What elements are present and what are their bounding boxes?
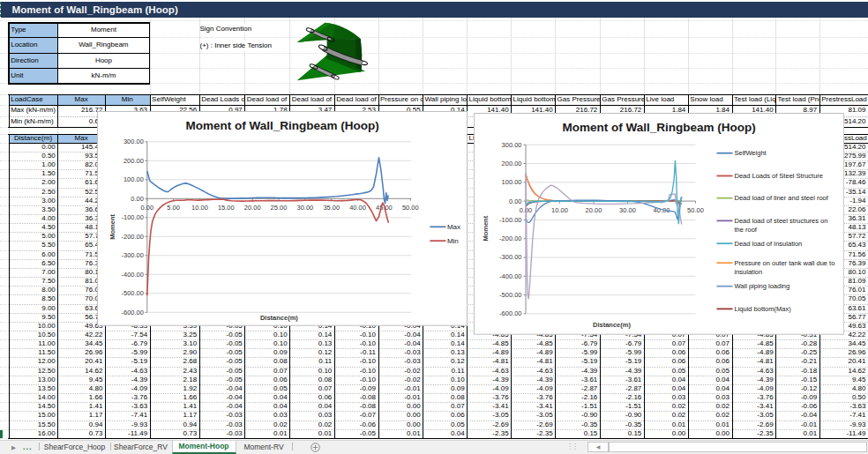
svg-text:Distance(m): Distance(m) [260, 313, 298, 321]
svg-text:0.00: 0.00 [508, 197, 521, 205]
svg-text:Max: Max [446, 223, 460, 231]
svg-text:-400.00: -400.00 [121, 270, 143, 278]
svg-text:5.00: 5.00 [167, 203, 180, 211]
svg-text:Moment of Wall_Ringbeam (Hoop): Moment of Wall_Ringbeam (Hoop) [185, 118, 378, 131]
svg-text:30.00: 30.00 [619, 205, 636, 213]
svg-text:Dead Loads of Steel Structure: Dead Loads of Steel Structure [734, 172, 822, 180]
svg-text:200.00: 200.00 [501, 160, 521, 167]
svg-text:200.00: 200.00 [123, 156, 144, 164]
svg-text:35.00: 35.00 [323, 203, 340, 211]
svg-text:Liquid bottom(Max): Liquid bottom(Max) [734, 305, 791, 313]
svg-text:0.00: 0.00 [140, 203, 153, 211]
svg-text:Distance(m): Distance(m) [593, 321, 631, 329]
svg-text:-300.00: -300.00 [499, 253, 521, 261]
svg-text:-600.00: -600.00 [121, 308, 143, 316]
svg-text:-500.00: -500.00 [121, 289, 143, 297]
svg-text:-100.00: -100.00 [499, 216, 521, 224]
svg-text:Moment of Wall_Ringbeam (Hoop): Moment of Wall_Ringbeam (Hoop) [562, 121, 755, 134]
svg-text:-600.00: -600.00 [499, 309, 521, 317]
svg-text:10.00: 10.00 [191, 203, 208, 211]
svg-text:-100.00: -100.00 [121, 213, 143, 221]
svg-text:-300.00: -300.00 [121, 251, 143, 259]
svg-text:-200.00: -200.00 [499, 234, 521, 242]
svg-text:20.00: 20.00 [243, 203, 260, 211]
svg-text:Min: Min [446, 236, 458, 244]
svg-text:-400.00: -400.00 [499, 272, 521, 280]
svg-text:30.00: 30.00 [296, 203, 313, 211]
svg-text:100.00: 100.00 [501, 178, 521, 186]
svg-text:Moment: Moment [108, 213, 116, 239]
svg-text:insulation: insulation [734, 268, 762, 276]
svg-text:300.00: 300.00 [123, 138, 144, 145]
svg-text:50.00: 50.00 [687, 205, 704, 213]
svg-text:the roof: the roof [734, 226, 757, 234]
svg-text:Dead load of liner and steel r: Dead load of liner and steel roof [734, 194, 828, 202]
svg-text:20.00: 20.00 [585, 205, 602, 213]
svg-text:Wall piping loading: Wall piping loading [734, 282, 789, 290]
svg-text:Moment: Moment [481, 215, 489, 241]
svg-text:SelfWeight: SelfWeight [734, 149, 767, 157]
svg-text:0.00: 0.00 [131, 194, 144, 202]
svg-text:100.00: 100.00 [123, 175, 144, 183]
svg-text:50.00: 50.00 [402, 203, 419, 211]
svg-text:-200.00: -200.00 [121, 232, 143, 240]
svg-text:-500.00: -500.00 [499, 291, 521, 299]
svg-text:40.00: 40.00 [349, 203, 366, 211]
svg-text:Pressure on outer tank wall du: Pressure on outer tank wall due to [734, 259, 834, 267]
svg-text:10.00: 10.00 [551, 205, 568, 213]
svg-text:300.00: 300.00 [501, 140, 521, 148]
svg-text:Dead load of Insulation: Dead load of Insulation [734, 240, 802, 248]
svg-text:Dead load of steel structures: Dead load of steel structures on [734, 217, 827, 225]
svg-text:25.00: 25.00 [270, 203, 287, 211]
svg-text:15.00: 15.00 [218, 203, 235, 211]
